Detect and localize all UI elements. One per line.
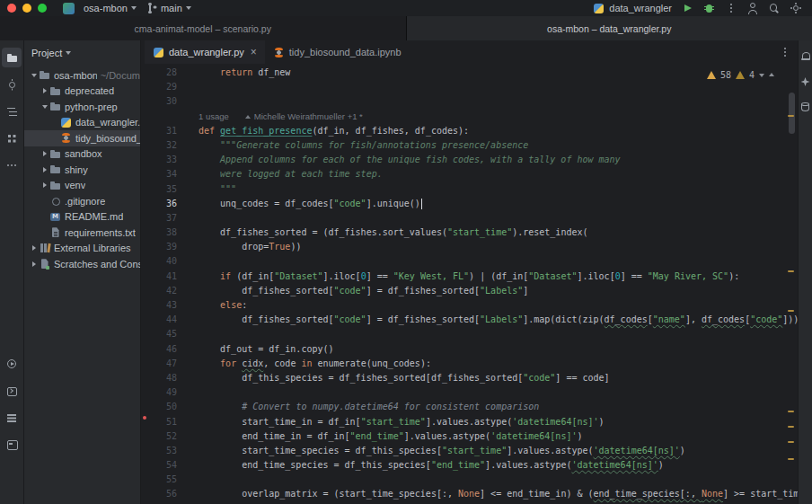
tree-item-readme-md[interactable]: README.md (24, 209, 140, 225)
tree-item-tidy-biosound-data-ipynb[interactable]: tidy_biosound_data.ipynb (24, 130, 140, 146)
line-number[interactable]: 29 (141, 80, 177, 94)
line-number[interactable]: 32 (141, 138, 177, 153)
tree-item-osa-mbon[interactable]: osa-mbon~/Docum (24, 67, 140, 84)
tree-item-venv[interactable]: venv (24, 178, 140, 194)
more-tools-tool-button[interactable] (2, 155, 22, 175)
code-line[interactable]: 42 df_fishes_sorted["code"] = df_fishes_… (141, 284, 798, 298)
code-line[interactable]: 28 return df_new (141, 66, 798, 80)
line-number[interactable]: 42 (141, 284, 177, 298)
terminal-tool-button[interactable] (2, 435, 22, 455)
line-number[interactable]: 30 (141, 94, 177, 109)
inspections-widget[interactable]: 58 4 (707, 70, 774, 80)
tree-item-requirements-txt[interactable]: requirements.txt (24, 225, 140, 241)
code-line[interactable]: 47 for cidx, code in enumerate(unq_codes… (141, 357, 798, 371)
line-number[interactable]: 52 (141, 429, 177, 444)
line-number[interactable]: 47 (141, 357, 177, 371)
code-line[interactable]: 30 (141, 94, 798, 109)
code-line[interactable]: 40 (141, 254, 798, 269)
error-stripe-mark[interactable] (788, 411, 794, 412)
scrollbar-thumb[interactable] (789, 93, 795, 134)
search-everywhere-icon[interactable] (768, 3, 780, 14)
more-actions-icon[interactable] (725, 3, 737, 14)
notifications-tool-button[interactable] (797, 48, 812, 66)
tree-item--gitignore[interactable]: .gitignore (24, 193, 140, 209)
ai-assistant-tool-button[interactable] (797, 73, 812, 91)
run-icon[interactable] (682, 3, 693, 14)
zoom-window-button[interactable] (38, 4, 47, 13)
tree-item-scratches-and-consoles[interactable]: Scratches and Consoles (24, 256, 140, 272)
run-configuration-selector[interactable]: data_wrangler (593, 3, 672, 14)
editor-tab-data-wrangler[interactable]: data_wrangler.py (145, 40, 265, 64)
code-line[interactable]: 52 end_time_in = df_in["end_time"].value… (141, 429, 798, 444)
code-line[interactable]: 31def get_fish_presence(df_in, df_fishes… (141, 124, 798, 138)
code-line[interactable]: 35 """ (141, 182, 798, 197)
code-line[interactable]: 37 (141, 211, 798, 225)
database-tool-button[interactable] (797, 98, 812, 116)
code-line[interactable]: 50 # Convert to numpy.datetime64 for con… (141, 400, 798, 414)
line-number[interactable]: 45 (141, 327, 177, 341)
usages-hint[interactable]: 1 usage (199, 110, 229, 124)
code-line[interactable]: 33 Append columns for each of the unique… (141, 153, 798, 167)
tree-item-python-prep[interactable]: python-prep (24, 99, 140, 115)
code-line[interactable]: 32 """Generate columns for fish/annotati… (141, 138, 798, 153)
close-tab-icon[interactable] (251, 47, 257, 57)
previous-problem-icon[interactable] (769, 70, 774, 76)
run-tool-button[interactable] (2, 354, 22, 374)
line-number[interactable]: 41 (141, 270, 177, 284)
code-line[interactable]: 41 if (df_in["Dataset"].iloc[0] == "Key … (141, 270, 798, 284)
code-line[interactable]: 46 df_out = df_in.copy() (141, 342, 798, 357)
line-number[interactable]: 43 (141, 298, 177, 313)
line-number[interactable]: 54 (141, 458, 177, 473)
code-line[interactable]: 53 start_time_species = df_this_species[… (141, 444, 798, 458)
tree-expand-arrow-icon[interactable] (40, 88, 49, 93)
line-number[interactable]: 33 (141, 153, 177, 167)
minimize-window-button[interactable] (22, 4, 31, 13)
tree-item-shiny[interactable]: shiny (24, 162, 140, 178)
code-line[interactable]: 43 else: (141, 298, 798, 313)
project-tool-button[interactable] (2, 48, 22, 67)
debug-icon[interactable] (703, 3, 715, 14)
line-number[interactable]: 44 (141, 313, 177, 327)
line-number[interactable]: 31 (141, 124, 177, 138)
author-annotation[interactable]: Michelle Weirathmueller +1 * (254, 110, 363, 124)
line-number[interactable]: 35 (141, 182, 177, 197)
tree-item-data-wrangler-py[interactable]: data_wrangler.py (24, 115, 140, 131)
line-number[interactable]: 51 (141, 415, 177, 429)
line-number[interactable]: 38 (141, 225, 177, 240)
line-number[interactable]: 46 (141, 342, 177, 357)
line-number[interactable]: 50 (141, 400, 177, 414)
project-panel-title[interactable]: Project (31, 48, 62, 58)
code-line[interactable]: 38 df_fishes_sorted = (df_fishes.sort_va… (141, 225, 798, 240)
error-stripe-mark[interactable] (788, 310, 794, 312)
structure-tool-button[interactable] (2, 102, 22, 121)
code-line[interactable]: 34 were logged at each time step. (141, 167, 798, 181)
code-line[interactable]: 39 drop=True)) (141, 240, 798, 254)
editor-tab-tidy-biosound[interactable]: tidy_biosound_data.ipynb (265, 40, 410, 64)
error-stripe-mark[interactable] (788, 426, 794, 428)
code-line[interactable]: 55 (141, 473, 798, 487)
code-line[interactable]: 29 (141, 80, 798, 94)
tree-item-sandbox[interactable]: sandbox (24, 146, 140, 163)
grid-tool-button[interactable] (2, 128, 22, 148)
error-stripe-mark[interactable] (788, 270, 794, 272)
next-problem-icon[interactable] (759, 74, 764, 80)
line-number[interactable]: 56 (141, 487, 177, 501)
code-with-me-icon[interactable] (746, 3, 758, 14)
console-tool-button[interactable] (2, 381, 22, 401)
code-line[interactable]: 45 (141, 327, 798, 341)
line-number[interactable]: 37 (141, 211, 177, 225)
code-line[interactable]: 36 unq_codes = df_codes["code"].unique() (141, 197, 798, 211)
line-number[interactable]: 49 (141, 385, 177, 400)
tree-expand-arrow-icon[interactable] (40, 167, 49, 172)
packages-tool-button[interactable] (2, 408, 22, 428)
error-stripe-mark[interactable] (788, 115, 794, 117)
tree-expand-arrow-icon[interactable] (40, 182, 49, 188)
inlay-hint-row[interactable]: 1 usageMichelle Weirathmueller +1 * (141, 110, 798, 124)
tree-expand-arrow-icon[interactable] (29, 70, 39, 80)
commit-tool-button[interactable] (2, 75, 22, 94)
tree-item-deprecated[interactable]: deprecated (24, 84, 140, 100)
line-number[interactable] (141, 110, 177, 124)
line-number[interactable]: 34 (141, 167, 177, 181)
error-stripe-mark[interactable] (788, 458, 794, 460)
error-stripe-mark[interactable] (788, 441, 794, 443)
